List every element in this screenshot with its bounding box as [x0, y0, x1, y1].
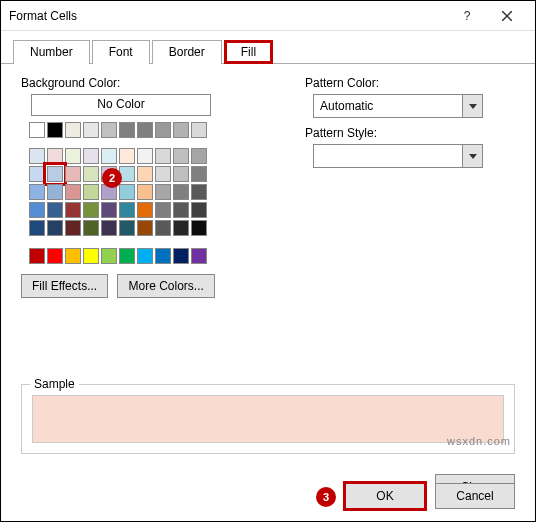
color-swatch[interactable] — [29, 148, 45, 164]
svg-marker-2 — [469, 104, 477, 109]
pattern-color-select[interactable]: Automatic — [313, 94, 483, 118]
color-swatch[interactable] — [65, 166, 81, 182]
tabstrip: Number Font Border Fill — [1, 31, 535, 64]
watermark-text: wsxdn.com — [447, 435, 511, 447]
more-colors-button[interactable]: More Colors... — [117, 274, 214, 298]
color-swatch[interactable] — [119, 184, 135, 200]
color-swatch[interactable] — [83, 148, 99, 164]
pattern-style-label: Pattern Style: — [305, 126, 515, 140]
close-button[interactable] — [487, 2, 527, 30]
color-swatch[interactable] — [137, 184, 153, 200]
color-swatch[interactable] — [119, 148, 135, 164]
color-swatch[interactable] — [65, 148, 81, 164]
sample-group: Sample — [21, 384, 515, 454]
color-swatch[interactable] — [137, 166, 153, 182]
color-swatch[interactable] — [83, 202, 99, 218]
color-swatch[interactable] — [155, 202, 171, 218]
color-swatch[interactable] — [155, 248, 171, 264]
cancel-button[interactable]: Cancel — [435, 483, 515, 509]
color-swatch[interactable] — [29, 202, 45, 218]
color-swatch[interactable] — [65, 220, 81, 236]
color-swatch[interactable] — [101, 202, 117, 218]
color-swatch[interactable] — [29, 184, 45, 200]
background-color-label: Background Color: — [21, 76, 261, 90]
titlebar: Format Cells ? — [1, 1, 535, 31]
color-swatch[interactable] — [137, 148, 153, 164]
color-swatch[interactable] — [65, 184, 81, 200]
color-swatch[interactable] — [101, 248, 117, 264]
color-palette — [29, 122, 261, 264]
sample-preview — [32, 395, 504, 443]
color-swatch[interactable] — [119, 220, 135, 236]
color-swatch[interactable] — [191, 184, 207, 200]
color-swatch[interactable] — [191, 166, 207, 182]
color-swatch[interactable] — [173, 122, 189, 138]
color-swatch[interactable] — [119, 122, 135, 138]
color-swatch[interactable] — [83, 248, 99, 264]
color-swatch[interactable] — [137, 248, 153, 264]
color-swatch[interactable] — [29, 220, 45, 236]
color-swatch[interactable] — [47, 122, 63, 138]
color-swatch[interactable] — [173, 184, 189, 200]
color-swatch[interactable] — [137, 220, 153, 236]
color-swatch[interactable] — [47, 184, 63, 200]
color-swatch[interactable] — [65, 122, 81, 138]
close-icon — [502, 11, 512, 21]
color-swatch[interactable] — [29, 122, 45, 138]
dialog-body: Background Color: No Color Fill Effects.… — [1, 64, 535, 521]
color-swatch[interactable] — [47, 166, 63, 182]
format-cells-dialog: Format Cells ? Number Font Border Fill B… — [0, 0, 536, 522]
color-swatch[interactable] — [173, 166, 189, 182]
color-swatch[interactable] — [173, 220, 189, 236]
color-swatch[interactable] — [83, 166, 99, 182]
annotation-marker-3: 3 — [316, 487, 336, 507]
color-swatch[interactable] — [173, 202, 189, 218]
color-swatch[interactable] — [191, 122, 207, 138]
tab-number[interactable]: Number — [13, 40, 90, 64]
help-button[interactable]: ? — [447, 2, 487, 30]
chevron-down-icon — [462, 95, 482, 117]
sample-label: Sample — [30, 377, 79, 391]
color-swatch[interactable] — [173, 148, 189, 164]
color-swatch[interactable] — [191, 148, 207, 164]
color-swatch[interactable] — [101, 148, 117, 164]
color-swatch[interactable] — [101, 220, 117, 236]
svg-marker-3 — [469, 154, 477, 159]
color-swatch[interactable] — [155, 122, 171, 138]
tab-font[interactable]: Font — [92, 40, 150, 64]
window-title: Format Cells — [9, 9, 447, 23]
annotation-marker-2: 2 — [102, 168, 122, 188]
color-swatch[interactable] — [119, 248, 135, 264]
fill-effects-button[interactable]: Fill Effects... — [21, 274, 108, 298]
tab-border[interactable]: Border — [152, 40, 222, 64]
color-swatch[interactable] — [47, 202, 63, 218]
color-swatch[interactable] — [191, 248, 207, 264]
no-color-button[interactable]: No Color — [31, 94, 211, 116]
color-swatch[interactable] — [101, 122, 117, 138]
pattern-style-select[interactable] — [313, 144, 483, 168]
color-swatch[interactable] — [65, 202, 81, 218]
color-swatch[interactable] — [155, 184, 171, 200]
color-swatch[interactable] — [173, 248, 189, 264]
color-swatch[interactable] — [155, 220, 171, 236]
color-swatch[interactable] — [137, 202, 153, 218]
color-swatch[interactable] — [119, 202, 135, 218]
color-swatch[interactable] — [155, 148, 171, 164]
color-swatch[interactable] — [29, 166, 45, 182]
color-swatch[interactable] — [47, 148, 63, 164]
color-swatch[interactable] — [191, 220, 207, 236]
color-swatch[interactable] — [155, 166, 171, 182]
ok-button[interactable]: OK — [345, 483, 425, 509]
tab-fill[interactable]: Fill — [224, 40, 273, 64]
color-swatch[interactable] — [29, 248, 45, 264]
color-swatch[interactable] — [65, 248, 81, 264]
pattern-color-label: Pattern Color: — [305, 76, 515, 90]
color-swatch[interactable] — [191, 202, 207, 218]
color-swatch[interactable] — [83, 220, 99, 236]
color-swatch[interactable] — [47, 220, 63, 236]
color-swatch[interactable] — [137, 122, 153, 138]
color-swatch[interactable] — [83, 184, 99, 200]
color-swatch[interactable] — [47, 248, 63, 264]
color-swatch[interactable] — [83, 122, 99, 138]
chevron-down-icon — [462, 145, 482, 167]
